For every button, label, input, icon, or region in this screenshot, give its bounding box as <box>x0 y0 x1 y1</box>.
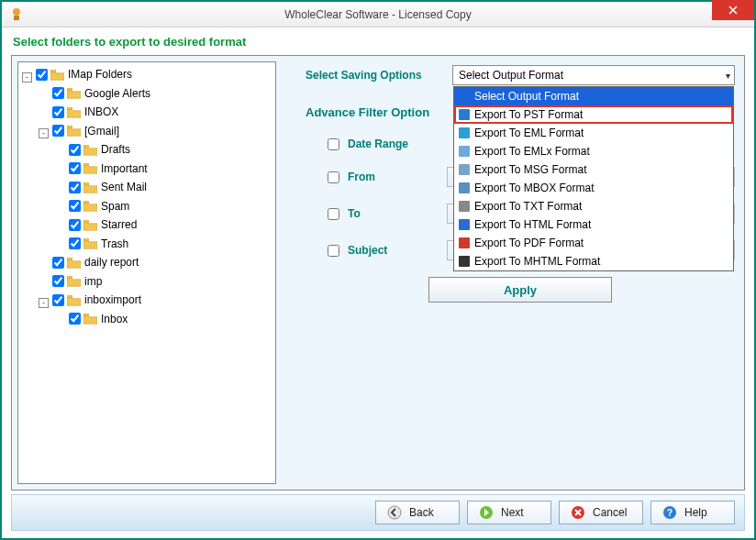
option-label: Export To TXT Format <box>474 200 582 213</box>
output-format-option[interactable]: Export To TXT Format <box>454 197 733 215</box>
tree-node[interactable]: INBOX <box>39 104 273 123</box>
option-label: Export To PDF Format <box>474 237 584 249</box>
output-format-option[interactable]: Export To PST Format <box>454 105 733 124</box>
format-icon <box>458 127 471 139</box>
tree-checkbox[interactable] <box>69 182 81 193</box>
tree-row[interactable]: daily report <box>52 254 139 270</box>
tree-node[interactable]: Important <box>55 160 273 180</box>
tree-checkbox[interactable] <box>69 219 81 231</box>
svg-rect-13 <box>83 238 89 241</box>
tree-row[interactable]: Google Alerts <box>52 85 150 102</box>
tree-node[interactable]: Trash <box>55 236 273 255</box>
svg-rect-6 <box>67 107 72 110</box>
tree-node[interactable]: Starred <box>55 216 273 236</box>
tree-row[interactable]: imp <box>52 273 102 290</box>
close-button[interactable] <box>712 0 754 20</box>
next-button[interactable]: Next <box>467 501 551 524</box>
output-format-selected: Select Output Format <box>459 69 563 82</box>
folder-icon <box>67 88 81 99</box>
apply-button[interactable]: Apply <box>428 277 612 303</box>
tree-checkbox[interactable] <box>69 200 81 212</box>
svg-rect-10 <box>83 182 89 185</box>
tree-row[interactable]: [Gmail] <box>52 123 119 139</box>
output-format-option[interactable]: Export To MBOX Format <box>454 179 733 197</box>
output-format-option[interactable]: Select Output Format <box>454 87 733 105</box>
tree-node[interactable]: -IMap FoldersGoogle AlertsINBOX-[Gmail]D… <box>22 66 273 329</box>
tree-row[interactable]: Starred <box>69 216 137 233</box>
tree-row[interactable]: IMap Folders <box>36 66 132 83</box>
tree-row[interactable]: INBOX <box>52 104 118 120</box>
tree-node[interactable]: Google Alerts <box>39 85 273 105</box>
format-icon <box>458 255 471 268</box>
cancel-button[interactable]: Cancel <box>559 501 643 524</box>
from-checkbox[interactable]: From <box>328 171 447 183</box>
output-format-dropdown[interactable]: Select Output FormatExport To PST Format… <box>453 86 734 271</box>
folder-icon <box>83 219 97 230</box>
output-format-option[interactable]: Export To HTML Format <box>454 215 733 234</box>
subject-checkbox-input[interactable] <box>328 245 339 257</box>
tree-row[interactable]: Inbox <box>69 311 128 327</box>
output-format-option[interactable]: Export To EMLx Format <box>454 142 733 160</box>
svg-rect-21 <box>459 164 470 175</box>
expand-toggle[interactable]: - <box>39 128 49 138</box>
tree-row[interactable]: Sent Mail <box>69 179 147 195</box>
tree-checkbox[interactable] <box>52 275 64 287</box>
subject-checkbox[interactable]: Subject <box>328 244 447 257</box>
tree-node[interactable]: imp <box>39 273 273 292</box>
tree-checkbox[interactable] <box>69 162 81 174</box>
tree-checkbox[interactable] <box>69 313 81 325</box>
tree-checkbox[interactable] <box>52 125 64 137</box>
folder-icon <box>83 238 97 249</box>
tree-label: daily report <box>84 254 139 270</box>
tree-node[interactable]: Drafts <box>55 141 273 160</box>
tree-label: Important <box>101 160 148 177</box>
tree-checkbox[interactable] <box>69 237 81 249</box>
tree-checkbox[interactable] <box>69 144 81 156</box>
tree-row[interactable]: Drafts <box>69 141 130 158</box>
tree-row[interactable]: Trash <box>69 236 128 252</box>
to-label: To <box>348 207 361 220</box>
to-checkbox-input[interactable] <box>328 208 339 220</box>
from-checkbox-input[interactable] <box>328 171 339 183</box>
tree-row[interactable]: Important <box>69 160 148 177</box>
svg-rect-8 <box>83 145 89 148</box>
tree-node[interactable]: Spam <box>55 198 273 217</box>
tree-node[interactable]: -inboximportInbox <box>39 292 273 329</box>
tree-checkbox[interactable] <box>52 294 64 306</box>
saving-options-row: Select Saving Options Select Output Form… <box>306 65 735 85</box>
tree-node[interactable]: Inbox <box>55 311 273 330</box>
output-format-option[interactable]: Export To EML Format <box>454 124 733 142</box>
output-format-select[interactable]: Select Output Format ▾ Select Output For… <box>452 65 735 85</box>
svg-rect-16 <box>67 295 72 298</box>
folder-icon <box>67 276 81 287</box>
tree-node[interactable]: daily report <box>39 254 273 273</box>
tree-row[interactable]: inboximport <box>52 292 141 308</box>
help-button[interactable]: ? Help <box>650 501 735 524</box>
expand-toggle[interactable]: - <box>39 298 49 308</box>
expand-toggle[interactable]: - <box>22 72 32 83</box>
folder-tree[interactable]: -IMap FoldersGoogle AlertsINBOX-[Gmail]D… <box>17 61 276 484</box>
subject-label: Subject <box>348 244 387 257</box>
tree-checkbox[interactable] <box>52 257 64 269</box>
tree-node[interactable]: Sent Mail <box>55 179 273 198</box>
output-format-option[interactable]: Export To PDF Format <box>454 234 733 252</box>
tree-node[interactable]: -[Gmail]DraftsImportantSent MailSpamStar… <box>39 123 273 255</box>
option-label: Export To EML Format <box>474 127 584 139</box>
output-format-option[interactable]: Export To MHTML Format <box>454 252 733 270</box>
tree-row[interactable]: Spam <box>69 198 129 215</box>
to-checkbox[interactable]: To <box>328 207 447 220</box>
output-format-option[interactable]: Export To MSG Format <box>454 160 733 179</box>
back-button[interactable]: Back <box>375 501 460 524</box>
svg-rect-20 <box>459 146 470 157</box>
svg-rect-11 <box>83 201 89 204</box>
tree-checkbox[interactable] <box>52 106 64 118</box>
tree-checkbox[interactable] <box>52 87 64 99</box>
svg-text:?: ? <box>667 508 673 518</box>
svg-rect-23 <box>459 201 470 212</box>
folder-icon <box>83 314 97 325</box>
date-range-checkbox-input[interactable] <box>328 138 339 150</box>
format-icon <box>458 218 471 231</box>
tree-checkbox[interactable] <box>36 69 48 81</box>
date-range-checkbox[interactable]: Date Range <box>328 138 447 150</box>
svg-rect-19 <box>459 127 470 138</box>
